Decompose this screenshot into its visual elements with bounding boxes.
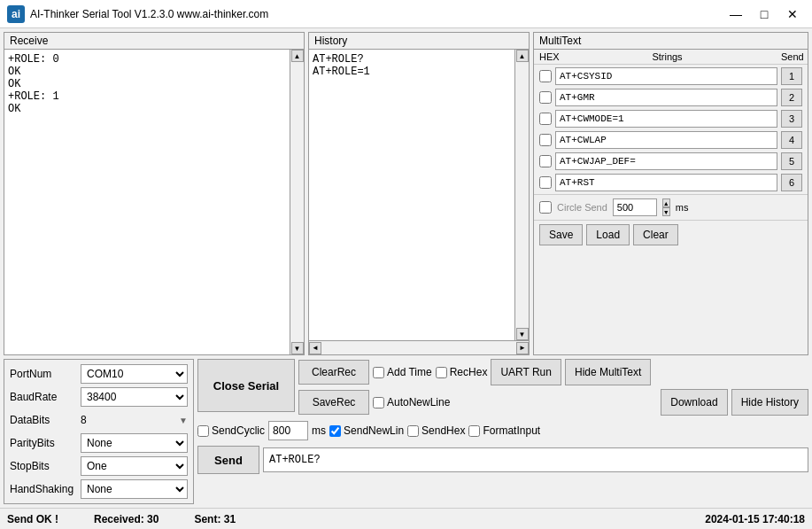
databits-dropdown[interactable]: ▼ — [179, 416, 188, 425]
multitext-hex-checkbox-5[interactable] — [539, 155, 552, 167]
spinner-up[interactable]: ▲ — [662, 198, 670, 207]
autonewline-checkbox[interactable] — [373, 397, 384, 408]
circle-send-checkbox[interactable] — [539, 201, 552, 214]
multitext-send-btn-2[interactable]: 2 — [781, 89, 802, 106]
history-header: History — [309, 33, 529, 50]
databits-label: DataBits — [10, 414, 81, 426]
sendcyclic-checkbox-item: SendCyclic — [197, 424, 265, 437]
multitext-send-btn-6[interactable]: 6 — [781, 174, 802, 191]
handshaking-label: HandShaking — [10, 483, 81, 495]
baudrate-select[interactable]: 38400 — [81, 387, 188, 407]
ms-label: ms — [676, 202, 689, 213]
multitext-string-input-3[interactable] — [555, 110, 777, 128]
download-button[interactable]: Download — [661, 389, 727, 416]
receive-textarea[interactable]: +ROLE: 0 OK OK +ROLE: 1 OK — [4, 50, 290, 354]
multitext-send-btn-5[interactable]: 5 — [781, 152, 802, 170]
scroll-h-track — [321, 341, 516, 354]
clear-button[interactable]: Clear — [633, 224, 678, 245]
history-textarea[interactable]: AT+ROLE? AT+ROLE=1 — [309, 50, 514, 340]
autonewline-label: AutoNewLine — [387, 396, 450, 408]
formatinput-label: FormatInput — [483, 424, 540, 437]
baudrate-label: BaudRate — [10, 391, 81, 403]
history-content: AT+ROLE? AT+ROLE=1 ▲ ▼ ◄ ► — [309, 50, 529, 354]
multitext-string-input-4[interactable] — [555, 131, 777, 149]
handshaking-select[interactable]: None — [81, 479, 188, 499]
stopbits-select[interactable]: One — [81, 456, 188, 476]
multitext-hex-checkbox-6[interactable] — [539, 176, 552, 189]
paritybits-row: ParityBits None — [10, 432, 188, 454]
history-scroll-down[interactable]: ▼ — [516, 328, 529, 340]
send-text-input[interactable] — [263, 447, 808, 472]
rechex-checkbox[interactable] — [436, 367, 447, 378]
multitext-row-2: 2 — [536, 88, 806, 107]
multitext-send-btn-4[interactable]: 4 — [781, 131, 802, 149]
receive-panel: Receive +ROLE: 0 OK OK +ROLE: 1 OK ▲ ▼ — [4, 32, 305, 355]
circle-send-label: Circle Send — [557, 202, 607, 213]
scroll-left-btn[interactable]: ◄ — [309, 342, 321, 354]
multitext-string-input-2[interactable] — [555, 89, 777, 106]
ms-value-input[interactable] — [268, 421, 308, 440]
multitext-row-4: 4 — [536, 130, 806, 150]
history-scroll-up[interactable]: ▲ — [516, 50, 529, 62]
multitext-hex-checkbox-4[interactable] — [539, 134, 552, 146]
scroll-down-btn[interactable]: ▼ — [291, 342, 304, 354]
multitext-string-input-6[interactable] — [555, 174, 777, 191]
scroll-up-btn[interactable]: ▲ — [291, 50, 304, 62]
send-button[interactable]: Send — [197, 446, 259, 474]
save-button[interactable]: Save — [539, 224, 583, 245]
history-scrollbar-h[interactable]: ◄ ► — [309, 340, 529, 354]
circle-send-input[interactable] — [613, 198, 657, 216]
col-strings: Strings — [557, 51, 777, 62]
multitext-hex-checkbox-1[interactable] — [539, 70, 552, 82]
history-scroll-track — [515, 62, 529, 328]
portnum-row: PortNum COM10 — [10, 363, 188, 385]
close-serial-button[interactable]: Close Serial — [197, 359, 295, 412]
second-row-mid: Close Serial ClearRec Add Time RecHex — [197, 359, 808, 474]
multitext-hex-checkbox-3[interactable] — [539, 113, 552, 125]
saverec-button[interactable]: SaveRec — [298, 390, 369, 415]
multitext-row-1: 1 — [536, 66, 806, 86]
sendhex-checkbox[interactable] — [407, 425, 419, 437]
send-ok-status: Send OK ! — [7, 513, 58, 525]
title-bar: ai AI-Thinker Serial Tool V1.2.3.0 www.a… — [0, 0, 812, 28]
maximize-button[interactable]: □ — [752, 4, 777, 24]
spinner-down[interactable]: ▼ — [662, 207, 670, 216]
hide-multitext-button[interactable]: Hide MultiText — [565, 359, 651, 385]
multitext-send-btn-1[interactable]: 1 — [781, 67, 802, 85]
paritybits-select[interactable]: None — [81, 433, 188, 453]
received-status: Received: 30 — [94, 513, 159, 525]
hide-history-button[interactable]: Hide History — [731, 389, 808, 416]
rechex-label: RecHex — [450, 366, 488, 378]
receive-scrollbar[interactable]: ▲ ▼ — [290, 50, 304, 354]
close-button[interactable]: ✕ — [780, 4, 805, 24]
second-row: PortNum COM10 BaudRate 38400 DataBits 8 … — [4, 359, 808, 504]
window-controls: — □ ✕ — [723, 4, 805, 24]
stopbits-label: StopBits — [10, 460, 81, 472]
config-panel: PortNum COM10 BaudRate 38400 DataBits 8 … — [4, 359, 194, 504]
minimize-button[interactable]: — — [723, 4, 748, 24]
multitext-string-input-5[interactable] — [555, 152, 777, 170]
portnum-select[interactable]: COM10 — [81, 364, 188, 384]
multitext-hex-checkbox-2[interactable] — [539, 91, 552, 104]
uart-run-button[interactable]: UART Run — [491, 359, 561, 385]
stopbits-row: StopBits One — [10, 455, 188, 477]
baudrate-row: BaudRate 38400 — [10, 386, 188, 408]
history-scrollbar-v[interactable]: ▲ ▼ — [514, 50, 529, 340]
col-send: Send — [781, 51, 802, 62]
scroll-right-btn[interactable]: ► — [516, 342, 529, 354]
load-button[interactable]: Load — [586, 224, 630, 245]
multitext-send-btn-3[interactable]: 3 — [781, 110, 802, 128]
clearrec-button[interactable]: ClearRec — [298, 360, 369, 385]
formatinput-checkbox[interactable] — [468, 425, 480, 437]
addtime-checkbox[interactable] — [373, 367, 384, 378]
sendcyclic-checkbox[interactable] — [197, 425, 209, 437]
sendhex-checkbox-item: SendHex — [407, 424, 465, 437]
sendnewlin-checkbox[interactable] — [329, 425, 341, 437]
col-hex: HEX — [539, 51, 553, 62]
sendnewlin-label: SendNewLin — [344, 424, 404, 437]
multitext-string-input-1[interactable] — [555, 67, 777, 85]
rechex-checkbox-item: RecHex — [436, 366, 488, 378]
databits-value: 8 — [81, 414, 179, 426]
multitext-columns: HEX Strings Send — [534, 50, 808, 65]
multitext-header: MultiText — [534, 33, 808, 50]
